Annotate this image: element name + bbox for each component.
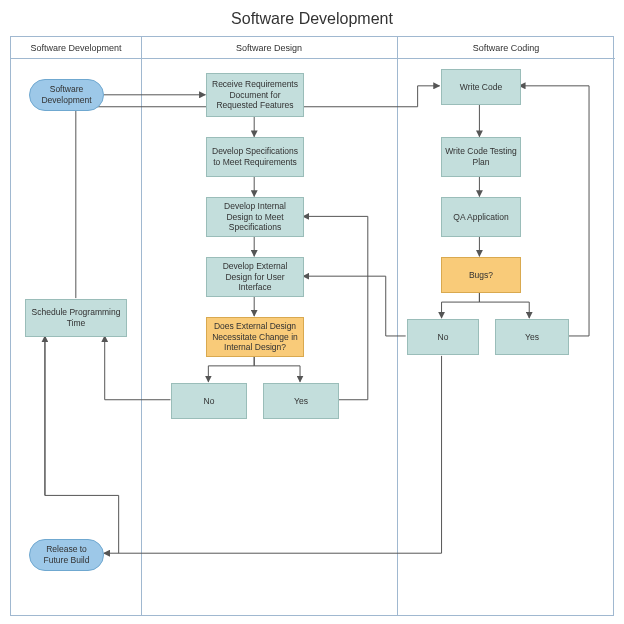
lane-header-coding: Software Coding	[397, 37, 615, 59]
decision-external-change: Does External Design Necessitate Change …	[206, 317, 304, 357]
process-internal-design: Develop Internal Design to Meet Specific…	[206, 197, 304, 237]
lane-separator	[141, 37, 142, 615]
branch-no-1: No	[171, 383, 247, 419]
branch-yes-2: Yes	[495, 319, 569, 355]
flowchart-canvas: Software Development Software Design Sof…	[10, 36, 614, 616]
decision-bugs: Bugs?	[441, 257, 521, 293]
process-external-design: Develop External Design for User Interfa…	[206, 257, 304, 297]
process-develop-specs: Develop Specifications to Meet Requireme…	[206, 137, 304, 177]
lane-header-design: Software Design	[141, 37, 397, 59]
lane-header-development: Software Development	[11, 37, 141, 59]
terminator-start: Software Development	[29, 79, 104, 111]
branch-no-2: No	[407, 319, 479, 355]
process-schedule-time: Schedule Programming Time	[25, 299, 127, 337]
process-qa-application: QA Application	[441, 197, 521, 237]
process-receive-requirements: Receive Requirements Document for Reques…	[206, 73, 304, 117]
process-write-test-plan: Write Code Testing Plan	[441, 137, 521, 177]
diagram-title: Software Development	[0, 0, 624, 34]
lane-separator	[397, 37, 398, 615]
branch-yes-1: Yes	[263, 383, 339, 419]
process-write-code: Write Code	[441, 69, 521, 105]
terminator-release: Release to Future Build	[29, 539, 104, 571]
